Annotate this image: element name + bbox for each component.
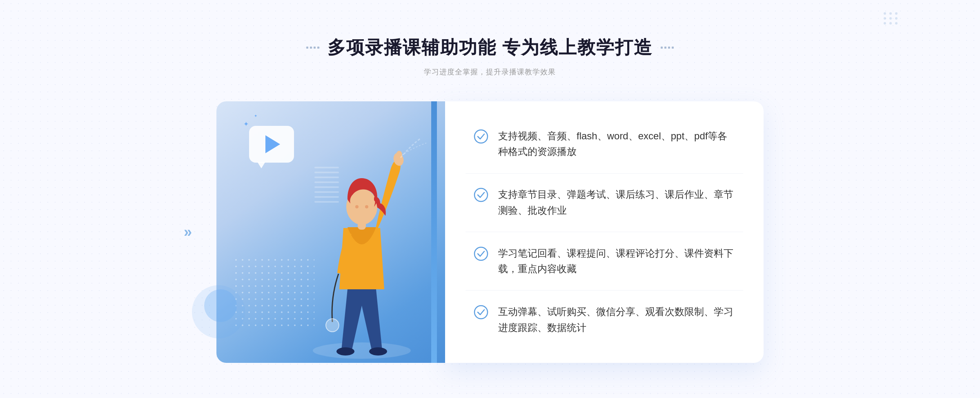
svg-point-4: [326, 319, 339, 332]
page-subtitle: 学习进度全掌握，提升录播课教学效果: [306, 67, 674, 77]
header-dots-left: [306, 47, 319, 49]
check-icon-2: [474, 188, 488, 202]
svg-point-8: [365, 205, 368, 208]
illustration-figure: [284, 134, 439, 363]
feature-text-2: 支持章节目录、弹题考试、课后练习、课后作业、章节测验、批改作业: [498, 187, 735, 218]
page-container: 多项录播课辅助功能 专为线上教学打造 学习进度全掌握，提升录播课教学效果: [0, 0, 980, 398]
feature-text-4: 互动弹幕、试听购买、微信分享、观看次数限制、学习进度跟踪、数据统计: [498, 304, 735, 335]
svg-point-7: [355, 205, 359, 208]
feature-item-4: 互动弹幕、试听购买、微信分享、观看次数限制、学习进度跟踪、数据统计: [474, 304, 735, 335]
star-icon: ✦: [243, 120, 249, 128]
circle-decoration-inner: [204, 289, 237, 322]
svg-point-10: [474, 188, 488, 201]
svg-point-0: [313, 342, 411, 359]
feature-item-1: 支持视频、音频、flash、word、excel、ppt、pdf等各种格式的资源…: [474, 128, 735, 160]
page-title: 多项录播课辅助功能 专为线上教学打造: [327, 36, 653, 60]
svg-point-1: [336, 347, 354, 356]
header-dots-right: [661, 47, 674, 49]
features-card: 支持视频、音频、flash、word、excel、ppt、pdf等各种格式的资源…: [445, 101, 764, 363]
play-icon: [265, 135, 280, 153]
svg-point-2: [369, 347, 387, 356]
feature-text-1: 支持视频、音频、flash、word、excel、ppt、pdf等各种格式的资源…: [498, 128, 735, 160]
divider-3: [466, 290, 743, 291]
divider-2: [466, 232, 743, 232]
divider-1: [466, 173, 743, 174]
svg-point-12: [474, 306, 488, 319]
header-title-row: 多项录播课辅助功能 专为线上教学打造: [306, 36, 674, 60]
star-small-icon: ✦: [254, 114, 257, 118]
top-right-decoration: [884, 12, 898, 25]
feature-item-2: 支持章节目录、弹题考试、课后练习、课后作业、章节测验、批改作业: [474, 187, 735, 218]
feature-item-3: 学习笔记回看、课程提问、课程评论打分、课件资料下载，重点内容收藏: [474, 246, 735, 277]
svg-point-9: [474, 130, 488, 143]
check-icon-3: [474, 246, 488, 261]
check-icon-4: [474, 305, 488, 320]
content-section: ✦ ✦ »: [204, 101, 776, 363]
svg-point-11: [474, 247, 488, 260]
check-icon-1: [474, 129, 488, 144]
illustration-card: ✦ ✦ »: [216, 101, 445, 363]
feature-text-3: 学习笔记回看、课程提问、课程评论打分、课件资料下载，重点内容收藏: [498, 246, 735, 277]
chevron-left-icon: »: [184, 224, 192, 241]
header-section: 多项录播课辅助功能 专为线上教学打造 学习进度全掌握，提升录播课教学效果: [306, 36, 674, 77]
